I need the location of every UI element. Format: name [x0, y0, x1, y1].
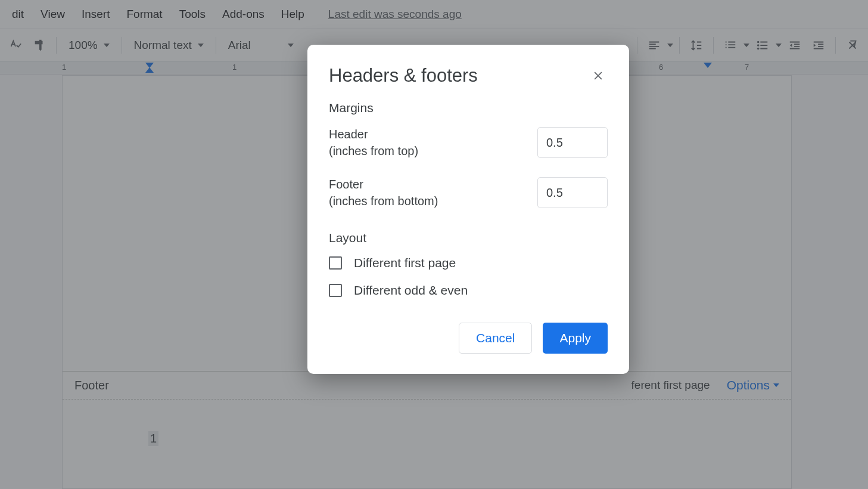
layout-section-label: Layout: [329, 231, 608, 245]
apply-button[interactable]: Apply: [543, 323, 608, 354]
cancel-button[interactable]: Cancel: [459, 323, 532, 354]
header-margin-input[interactable]: [537, 127, 608, 158]
dialog-title: Headers & footers: [329, 65, 478, 86]
different-first-page-row[interactable]: Different first page: [329, 256, 608, 270]
different-first-page-label: Different first page: [354, 256, 456, 270]
different-odd-even-label: Different odd & even: [354, 283, 468, 298]
close-icon: [592, 70, 604, 82]
headers-footers-dialog: Headers & footers Margins Header (inches…: [307, 45, 629, 374]
checkbox-icon: [329, 256, 342, 270]
footer-margin-input[interactable]: [537, 177, 608, 208]
different-odd-even-row[interactable]: Different odd & even: [329, 283, 608, 298]
footer-margin-label: Footer (inches from bottom): [329, 176, 438, 209]
margins-section-label: Margins: [329, 101, 608, 115]
checkbox-icon: [329, 284, 342, 297]
header-margin-label: Header (inches from top): [329, 126, 418, 159]
close-button[interactable]: [589, 66, 608, 85]
